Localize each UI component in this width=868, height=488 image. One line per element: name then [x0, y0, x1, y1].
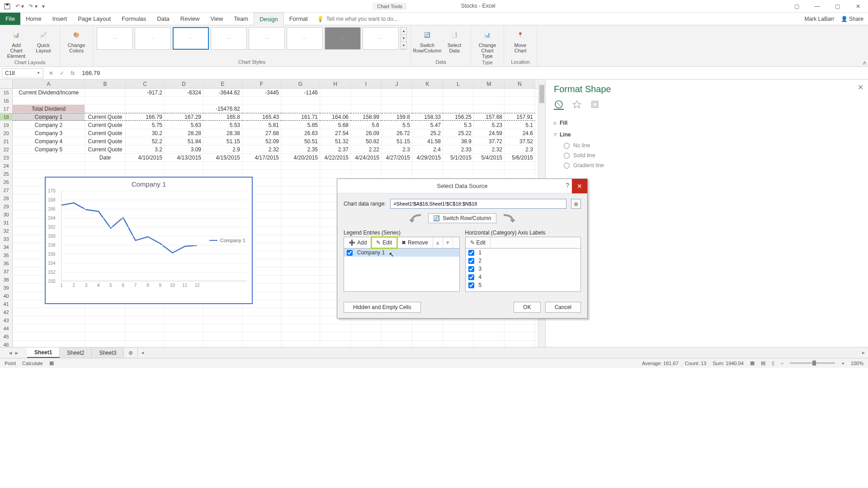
move-chart-button[interactable]: 📍Move Chart	[508, 27, 533, 54]
chart-data-range-input[interactable]	[390, 199, 566, 209]
size-properties-icon[interactable]	[590, 100, 600, 110]
tab-home[interactable]: Home	[20, 13, 47, 25]
remove-series-button[interactable]: ✖ Remove	[397, 237, 433, 248]
chart-style-6[interactable]: 〰	[287, 27, 323, 50]
move-up-icon[interactable]: ▲	[433, 237, 443, 248]
chart-style-5[interactable]: 〰	[249, 27, 285, 50]
grid-row[interactable]: 44	[0, 324, 538, 333]
calculate-indicator[interactable]: Calculate	[22, 361, 43, 366]
tab-format[interactable]: Format	[284, 13, 313, 25]
close-button[interactable]: ✕	[848, 0, 868, 13]
tab-insert[interactable]: Insert	[47, 13, 73, 25]
minimize-button[interactable]: —	[807, 0, 827, 13]
chart-title[interactable]: Company 1	[46, 178, 252, 189]
view-page-break-icon[interactable]: ▯	[772, 360, 774, 366]
grid-row[interactable]: 23Date4/10/20154/13/20154/15/20154/17/20…	[0, 154, 538, 162]
change-chart-type-button[interactable]: 📊Change Chart Type	[475, 27, 500, 60]
range-picker-icon[interactable]: ⊞	[571, 199, 581, 209]
cancel-formula-icon[interactable]: ✕	[49, 70, 53, 76]
zoom-slider[interactable]	[790, 362, 835, 364]
sheet-tab-3[interactable]: Sheet3	[92, 347, 124, 358]
tell-me-box[interactable]: 💡 Tell me what you want to do...	[317, 13, 398, 25]
fill-line-icon[interactable]	[554, 100, 564, 110]
move-down-icon[interactable]: ▼	[443, 237, 453, 248]
qat-more-icon[interactable]: ▾	[42, 3, 45, 9]
series-checkbox[interactable]	[347, 250, 353, 256]
zoom-level[interactable]: 100%	[851, 361, 863, 366]
share-button[interactable]: 👤 Share	[841, 16, 863, 22]
macro-record-icon[interactable]: ▦	[49, 360, 54, 366]
grid-row[interactable]: 15Current Dividend/Income-917.2-6324-364…	[0, 89, 538, 97]
view-normal-icon[interactable]: ▦	[750, 360, 755, 366]
quick-layout-button[interactable]: 📈Quick Layout	[31, 27, 56, 60]
chart-plot-area[interactable]: 1501521541561581601621641661681701234567…	[61, 191, 246, 281]
gallery-scroll[interactable]: ▴▾▾	[401, 27, 407, 50]
grid-row[interactable]: 21Company 4Current Quote52.251.8451.1552…	[0, 137, 538, 145]
grid-row[interactable]: 19Company 2Current Quote5.755.635.535.81…	[0, 121, 538, 129]
tab-file[interactable]: File	[0, 13, 20, 25]
category-item[interactable]: 3	[466, 265, 581, 273]
grid-row[interactable]: 45	[0, 333, 538, 341]
zoom-out-icon[interactable]: −	[781, 361, 783, 366]
chart-style-4[interactable]: 〰	[211, 27, 247, 50]
category-checkbox[interactable]	[468, 258, 474, 264]
edit-category-button[interactable]: ✎ Edit	[466, 237, 491, 248]
sheet-tab-1[interactable]: Sheet1	[27, 347, 60, 358]
category-item[interactable]: 4	[466, 273, 581, 281]
name-box[interactable]: C18▼	[2, 68, 43, 78]
tab-team[interactable]: Team	[228, 13, 254, 25]
grid-row[interactable]: 20Company 3Current Quote30.228.2828.3827…	[0, 129, 538, 137]
add-series-button[interactable]: ➕ Add	[344, 237, 372, 248]
switch-row-column-dialog-button[interactable]: 🔄 Switch Row/Column	[428, 213, 496, 223]
category-checkbox[interactable]	[468, 282, 474, 288]
sheet-tab-2[interactable]: Sheet2	[60, 347, 92, 358]
dialog-help-icon[interactable]: ?	[566, 182, 569, 189]
grid-row[interactable]: 17Total Dividend-15476.82	[0, 105, 538, 113]
save-icon[interactable]	[4, 3, 11, 10]
add-chart-element-button[interactable]: 📊Add Chart Element	[4, 27, 29, 60]
enter-formula-icon[interactable]: ✓	[60, 70, 64, 76]
grid-row[interactable]: 24	[0, 162, 538, 170]
tab-page-layout[interactable]: Page Layout	[72, 13, 116, 25]
grid-row[interactable]: 18Company 1Current Quote166.79167.29165.…	[0, 113, 538, 121]
chart-style-1[interactable]: 〰	[97, 27, 133, 50]
collapse-ribbon-icon[interactable]: ᐱ	[863, 61, 866, 66]
line-section[interactable]: ▽Line	[554, 129, 860, 141]
chart-style-7[interactable]: 〰	[325, 27, 361, 50]
hidden-empty-cells-button[interactable]: Hidden and Empty Cells	[344, 302, 421, 313]
sheet-nav-buttons[interactable]: ◄ ►	[0, 347, 27, 358]
category-item[interactable]: 5	[466, 281, 581, 289]
chart-legend[interactable]: Company 1	[209, 238, 245, 243]
embedded-chart[interactable]: Company 1 150152154156158160162164166168…	[45, 177, 252, 304]
chart-style-2[interactable]: 〰	[135, 27, 171, 50]
gradient-line-radio[interactable]: Gradient line	[554, 160, 860, 170]
category-checkbox[interactable]	[468, 274, 474, 280]
cancel-button[interactable]: Cancel	[545, 302, 581, 313]
grid-row[interactable]: 22Company 5Current Quote3.23.092.92.322.…	[0, 145, 538, 154]
grid-row[interactable]: 46	[0, 341, 538, 347]
new-sheet-button[interactable]: ⊕	[124, 347, 137, 358]
account-name[interactable]: Mark LaBarr	[805, 16, 835, 22]
undo-icon[interactable]: ↶ ▾	[15, 3, 24, 9]
chart-style-3[interactable]: 〰	[173, 27, 209, 50]
edit-series-button[interactable]: ✎ Edit	[372, 237, 397, 248]
chart-style-8[interactable]: 〰	[363, 27, 399, 50]
series-item[interactable]: Company 1	[344, 249, 459, 257]
category-listbox[interactable]: 12345	[465, 249, 581, 292]
category-checkbox[interactable]	[468, 250, 474, 256]
tab-formulas[interactable]: Formulas	[116, 13, 151, 25]
effects-icon[interactable]	[572, 100, 582, 110]
select-data-button[interactable]: 📑Select Data	[442, 27, 467, 54]
chart-style-gallery[interactable]: 〰 〰 〰 〰 〰 〰 〰 〰 ▴▾▾	[97, 27, 407, 50]
switch-row-column-button[interactable]: 🔄Switch Row/Column	[415, 27, 440, 54]
tab-view[interactable]: View	[205, 13, 228, 25]
no-line-radio[interactable]: No line	[554, 141, 860, 150]
tab-data[interactable]: Data	[151, 13, 175, 25]
horizontal-scrollbar[interactable]: ◄►	[137, 347, 868, 358]
grid-row[interactable]: 16	[0, 97, 538, 105]
change-colors-button[interactable]: 🎨Change Colors	[64, 27, 89, 54]
fx-icon[interactable]: fx	[71, 70, 75, 76]
solid-line-radio[interactable]: Solid line	[554, 150, 860, 160]
maximize-button[interactable]: ▢	[827, 0, 848, 13]
fill-section[interactable]: ▷Fill	[554, 117, 860, 129]
